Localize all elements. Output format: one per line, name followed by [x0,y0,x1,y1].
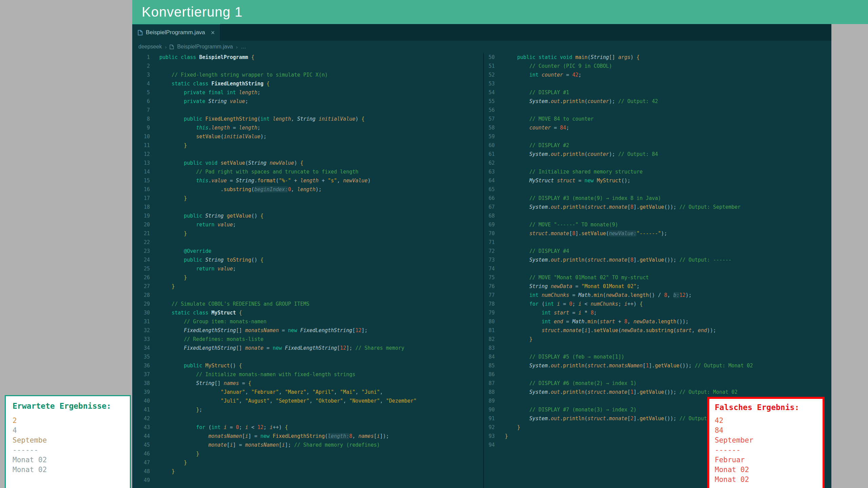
code-line[interactable]: // MOVE "------" TO monate(9) [505,220,765,229]
code-line[interactable]: } [159,449,417,458]
code-line[interactable] [505,211,765,220]
code-line[interactable]: int start = i * 8; [505,308,765,317]
code-line[interactable]: monate[i] = monatsNamen[i]; // Shared me… [159,441,417,449]
code-line[interactable]: } [159,467,417,476]
code-line[interactable]: .substring(beginIndex:0, length); [159,185,417,194]
code-line[interactable] [159,203,417,211]
code-pane-left[interactable]: 1234567891011121314151617181920212223242… [132,53,483,488]
code-line[interactable]: // Fixed-length string wrapper to simula… [159,70,417,79]
code-line[interactable] [159,291,417,300]
code-line[interactable]: MyStruct struct = new MyStruct(); [505,176,765,185]
code-line[interactable]: public MyStruct() { [159,361,417,370]
code-line[interactable]: public class BeispielProgramm { [159,53,417,62]
code-line[interactable] [505,264,765,273]
code-line[interactable]: this.value = String.format("%-" + length… [159,176,417,185]
code-line[interactable]: return value; [159,264,417,273]
code-line[interactable] [159,62,417,70]
code-line[interactable] [505,370,765,379]
code-line[interactable]: // Initialize monats-namen with fixed-le… [159,370,417,379]
code-line[interactable]: counter = 84; [505,123,765,132]
code-line[interactable]: } [159,229,417,238]
code-line[interactable]: private final int length; [159,88,417,97]
code-line[interactable]: public FixedLengthString(int length, Str… [159,115,417,123]
code-line[interactable]: FixedLengthString[] monatsNamen = new Fi… [159,326,417,335]
code-line[interactable]: String[] names = { [159,379,417,388]
code-line[interactable] [505,79,765,88]
code-line[interactable]: } [505,335,765,344]
code-line[interactable]: @Override [159,247,417,256]
code-line[interactable] [505,106,765,115]
breadcrumb-item-folder[interactable]: deepseek [138,44,162,50]
code-line[interactable] [505,238,765,247]
code-line[interactable]: // DISPLAY #4 [505,247,765,256]
code-line[interactable]: public void setValue(String newValue) { [159,159,417,167]
code-line[interactable]: // MOVE 84 to counter [505,115,765,123]
code-line[interactable]: "Juli", "August", "September", "Oktober"… [159,396,417,405]
code-line[interactable]: // Simulate COBOL's REDEFINES and GROUP … [159,300,417,308]
code-token: ]. [633,389,639,395]
code-line[interactable]: System.out.println(struct.monate[1].getV… [505,388,765,396]
code-line[interactable]: public String getValue() { [159,211,417,220]
code-line[interactable]: "Januar", "Februar", "Maerz", "April", "… [159,388,417,396]
code-line[interactable] [159,414,417,423]
code-line[interactable]: } [159,273,417,282]
close-icon[interactable]: × [211,29,215,36]
breadcrumb-item-file[interactable]: BeispielProgramm.java [177,44,233,50]
code-line[interactable]: // DISPLAY #2 [505,141,765,150]
code-line[interactable]: monatsNamen[i] = new FixedLengthString(l… [159,432,417,441]
code-line[interactable]: public static void main(String[] args) { [505,53,765,62]
code-line[interactable]: // DISPLAY #5 (feb → monate[1]) [505,352,765,361]
code-line[interactable] [159,150,417,159]
code-line[interactable]: FixedLengthString[] monate = new FixedLe… [159,344,417,352]
code-line[interactable]: System.out.println(struct.monate[8].getV… [505,203,765,211]
code-token: , [380,389,383,395]
code-line[interactable]: struct.monate[8].setValue(newValue:"----… [505,229,765,238]
code-line[interactable]: String newData = "Monat 01Monat 02"; [505,282,765,291]
code-line[interactable]: System.out.println(struct.monatsNamen[1]… [505,361,765,370]
code-line[interactable]: // Counter (PIC 9 in COBOL) [505,62,765,70]
code-token [505,319,541,325]
code-content[interactable]: public static void main(String[] args) {… [505,53,765,449]
code-line[interactable]: static class FixedLengthString { [159,79,417,88]
code-line[interactable] [505,159,765,167]
code-line[interactable]: int end = Math.min(start + 8, newData.le… [505,317,765,326]
code-line[interactable]: setValue(initialValue); [159,132,417,141]
code-line[interactable] [505,344,765,352]
code-line[interactable]: } [159,282,417,291]
code-line[interactable]: for (int i = 0; i < 12; i++) { [159,423,417,432]
code-line[interactable]: // Pad right with spaces and truncate to… [159,167,417,176]
tab-beispielprogramm-java[interactable]: BeispielProgramm.java × [132,24,220,41]
code-line[interactable] [159,352,417,361]
breadcrumb-item-symbol[interactable]: … [241,44,246,50]
code-line[interactable] [159,476,417,485]
code-line[interactable]: struct.monate[i].setValue(newData.substr… [505,326,765,335]
code-line[interactable]: } [159,458,417,467]
code-line[interactable] [159,238,417,247]
code-line[interactable]: // Initialize shared memory structure [505,167,765,176]
code-line[interactable]: System.out.println(counter); // Output: … [505,150,765,159]
expected-results-title: Erwartete Ergebnisse: [13,402,123,410]
code-line[interactable]: } [159,194,417,203]
code-line[interactable] [505,132,765,141]
code-line[interactable]: // Redefines: monats-liste [159,335,417,344]
code-line[interactable]: private String value; [159,97,417,106]
code-line[interactable]: }; [159,405,417,414]
code-line[interactable]: public String toString() { [159,256,417,264]
code-line[interactable] [505,185,765,194]
code-line[interactable]: // DISPLAY #6 (monate(2) → index 1) [505,379,765,388]
code-line[interactable]: int numChunks = Math.min(newData.length(… [505,291,765,300]
code-line[interactable]: for (int i = 0; i < numChunks; i++) { [505,300,765,308]
code-line[interactable]: // DISPLAY #3 (monate(9) → index 8 in Ja… [505,194,765,203]
code-line[interactable]: int counter = 42; [505,70,765,79]
code-line[interactable]: } [159,141,417,150]
code-line[interactable]: static class MyStruct { [159,308,417,317]
code-line[interactable]: // DISPLAY #1 [505,88,765,97]
code-content[interactable]: public class BeispielProgramm { // Fixed… [159,53,417,485]
code-line[interactable]: // MOVE "Monat 01Monat 02" TO my-struct [505,273,765,282]
code-line[interactable]: return value; [159,220,417,229]
code-line[interactable]: this.length = length; [159,123,417,132]
code-line[interactable]: System.out.println(counter); // Output: … [505,97,765,106]
code-line[interactable]: System.out.println(struct.monate[8].getV… [505,256,765,264]
code-line[interactable] [159,106,417,115]
code-line[interactable]: // Group item: monats-namen [159,317,417,326]
